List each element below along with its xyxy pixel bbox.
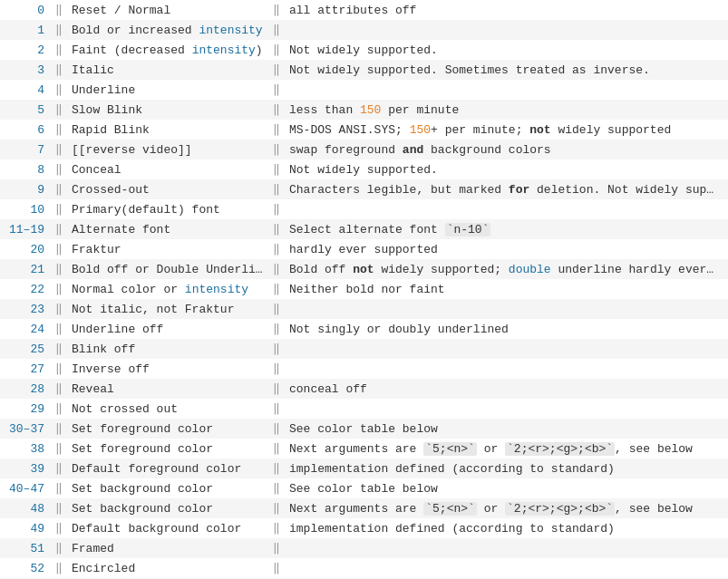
separator-2: ‖ — [267, 100, 286, 120]
row-number: 9 — [0, 179, 50, 199]
row-end — [721, 0, 728, 20]
separator-2: ‖ — [267, 179, 286, 199]
separator-2: ‖ — [267, 60, 286, 80]
row-description: Characters legible, but marked for delet… — [286, 179, 721, 199]
row-name: Slow Blink — [68, 100, 267, 120]
row-description — [286, 359, 721, 379]
row-end — [721, 279, 728, 299]
table-row: 9‖Crossed-out‖Characters legible, but ma… — [0, 179, 728, 199]
row-number: 38 — [0, 439, 50, 458]
row-name: Primary(default) font — [68, 199, 267, 219]
row-name: Alternate font — [68, 219, 267, 239]
row-description: implementation defined (according to sta… — [286, 518, 721, 538]
row-name: Bold or increased intensity — [68, 20, 267, 40]
row-description: all attributes off — [286, 0, 721, 20]
row-number: 20 — [0, 239, 50, 259]
separator-2: ‖ — [267, 498, 286, 518]
row-name: Conceal — [68, 159, 267, 179]
row-name: Set background color — [68, 498, 267, 518]
row-name: Set foreground color — [68, 439, 267, 458]
row-number: 11–19 — [0, 219, 50, 239]
separator-1: ‖ — [50, 259, 68, 279]
separator-1: ‖ — [50, 0, 68, 20]
row-number: 25 — [0, 339, 50, 359]
separator-1: ‖ — [50, 498, 68, 518]
separator-1: ‖ — [50, 518, 68, 538]
table-row: 40–47‖Set background color‖See color tab… — [0, 478, 728, 498]
row-name: Framed — [68, 538, 267, 558]
table-row: 0‖Reset / Normal‖all attributes off — [0, 0, 728, 20]
table-row: 29‖Not crossed out‖ — [0, 399, 728, 419]
row-number: 48 — [0, 498, 50, 518]
table-row: 3‖Italic‖Not widely supported. Sometimes… — [0, 60, 728, 80]
separator-1: ‖ — [50, 279, 68, 299]
table-row: 48‖Set background color‖Next arguments a… — [0, 498, 728, 518]
separator-1: ‖ — [50, 299, 68, 319]
table-row: 8‖Conceal‖Not widely supported. — [0, 159, 728, 179]
separator-1: ‖ — [50, 239, 68, 259]
row-end — [721, 299, 728, 319]
separator-1: ‖ — [50, 379, 68, 399]
separator-1: ‖ — [50, 60, 68, 80]
row-name: Blink off — [68, 339, 267, 359]
row-description: implementation defined (according to sta… — [286, 458, 721, 478]
separator-1: ‖ — [50, 40, 68, 60]
row-end — [721, 120, 728, 140]
separator-1: ‖ — [50, 319, 68, 339]
row-name: Rapid Blink — [68, 120, 267, 140]
row-end — [721, 359, 728, 379]
separator-2: ‖ — [267, 419, 286, 439]
row-name: Faint (decreased intensity) — [68, 40, 267, 60]
separator-2: ‖ — [267, 259, 286, 279]
row-description: See color table below — [286, 478, 721, 498]
row-description: Not singly or doubly underlined — [286, 319, 721, 339]
row-name: Fraktur — [68, 239, 267, 259]
separator-1: ‖ — [50, 140, 68, 159]
separator-2: ‖ — [267, 478, 286, 498]
separator-1: ‖ — [50, 159, 68, 179]
row-number: 30–37 — [0, 419, 50, 439]
row-description: less than 150 per minute — [286, 100, 721, 120]
row-end — [721, 419, 728, 439]
separator-1: ‖ — [50, 339, 68, 359]
table-row: 30–37‖Set foreground color‖See color tab… — [0, 419, 728, 439]
row-description — [286, 199, 721, 219]
row-description: Next arguments are `5;<n>` or `2;<r>;<g>… — [286, 439, 721, 458]
row-number: 1 — [0, 20, 50, 40]
row-end — [721, 379, 728, 399]
row-description: MS-DOS ANSI.SYS; 150+ per minute; not wi… — [286, 120, 721, 140]
row-end — [721, 100, 728, 120]
table-row: 49‖Default background color‖implementati… — [0, 518, 728, 538]
row-number: 27 — [0, 359, 50, 379]
separator-2: ‖ — [267, 558, 286, 578]
row-end — [721, 40, 728, 60]
separator-2: ‖ — [267, 299, 286, 319]
row-name: Encircled — [68, 558, 267, 578]
separator-2: ‖ — [267, 219, 286, 239]
separator-1: ‖ — [50, 100, 68, 120]
row-number: 8 — [0, 159, 50, 179]
row-end — [721, 199, 728, 219]
table-row: 10‖Primary(default) font‖ — [0, 199, 728, 219]
table-row: 24‖Underline off‖Not singly or doubly un… — [0, 319, 728, 339]
main-container: 0‖Reset / Normal‖all attributes off1‖Bol… — [0, 0, 728, 579]
row-name: Not crossed out — [68, 399, 267, 419]
row-number: 23 — [0, 299, 50, 319]
separator-1: ‖ — [50, 20, 68, 40]
row-description: Not widely supported. Sometimes treated … — [286, 60, 721, 80]
row-end — [721, 219, 728, 239]
row-number: 24 — [0, 319, 50, 339]
separator-2: ‖ — [267, 319, 286, 339]
separator-1: ‖ — [50, 538, 68, 558]
row-number: 7 — [0, 140, 50, 159]
row-description: Not widely supported. — [286, 40, 721, 60]
row-end — [721, 239, 728, 259]
separator-2: ‖ — [267, 538, 286, 558]
table-row: 51‖Framed‖ — [0, 538, 728, 558]
row-number: 6 — [0, 120, 50, 140]
separator-1: ‖ — [50, 120, 68, 140]
table-row: 23‖Not italic, not Fraktur‖ — [0, 299, 728, 319]
separator-2: ‖ — [267, 439, 286, 458]
table-row: 39‖Default foreground color‖implementati… — [0, 458, 728, 478]
separator-1: ‖ — [50, 80, 68, 100]
